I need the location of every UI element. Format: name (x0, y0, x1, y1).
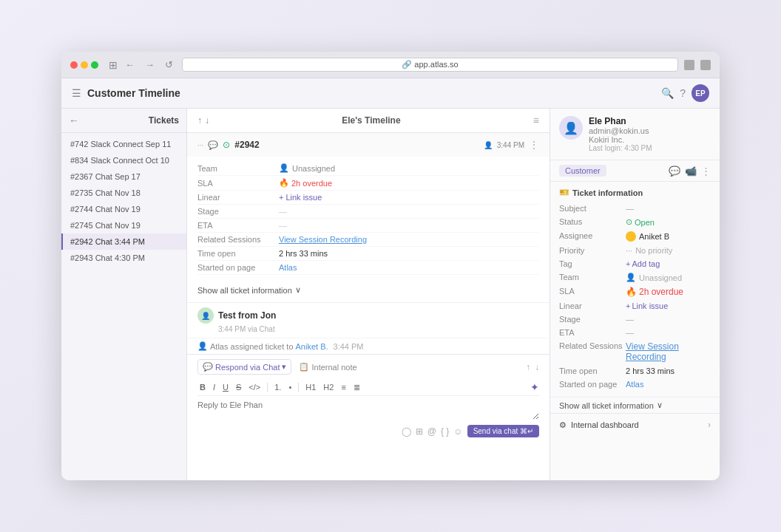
maximize-btn[interactable] (91, 61, 98, 69)
linear-label: Linear (197, 193, 279, 202)
reply-bottom: ◯ ⊞ @ { } ☺ Send via chat ⌘↵ (197, 422, 539, 437)
code-button[interactable]: </> (246, 382, 263, 392)
h2-button[interactable]: H2 (321, 382, 336, 392)
panel-sla-label: SLA (559, 287, 626, 296)
minimize-btn[interactable] (81, 61, 88, 69)
hamburger-icon[interactable]: ☰ (72, 87, 81, 99)
panel-field-stage: Stage — (559, 313, 711, 326)
chat-action-icon[interactable]: 💬 (669, 166, 680, 177)
reply-toolbar: B I U S </> 1. • H1 H2 ≡ ≣ (197, 379, 539, 396)
timeline-filter-icon[interactable]: ≡ (533, 115, 539, 126)
dashboard-chevron-icon: › (708, 420, 711, 430)
panel-field-subject: Subject — (559, 202, 711, 215)
sticker-icon[interactable]: ☺ (453, 426, 462, 437)
sla-value: 🔥 2h overdue (279, 178, 332, 188)
ticket-id[interactable]: #2942 (234, 140, 259, 150)
search-icon[interactable]: 🔍 (661, 87, 674, 99)
panel-team-value: 👤 Unassigned (626, 273, 682, 282)
forward-nav-button[interactable]: → (142, 58, 158, 72)
show-all-ticket-info-button[interactable]: Show all ticket information ∨ (187, 282, 550, 298)
panel-status-value: ⊙ Open (626, 217, 655, 227)
ticket-chat-icon: 💬 (208, 140, 218, 150)
back-nav-button[interactable]: ← (122, 58, 138, 72)
list-style-1-button[interactable]: ≡ (339, 382, 348, 392)
customer-tabs: Customer 💬 📹 ⋮ (550, 160, 720, 182)
sidebar-toggle-icon[interactable]: ⊞ (109, 59, 118, 71)
help-icon[interactable]: ? (680, 87, 686, 99)
sidebar-back-button[interactable]: ← (69, 115, 79, 126)
sidebar-item-ticket-2744[interactable]: #2744 Chat Nov 19 (61, 201, 186, 217)
panel-linear-value[interactable]: + Link issue (626, 301, 668, 310)
dashboard-icon: ⚙ (559, 420, 567, 430)
panel-tag-add[interactable]: + Add tag (626, 259, 660, 268)
browser-action-1[interactable] (684, 60, 694, 70)
panel-related-value[interactable]: View Session Recording (626, 341, 711, 362)
internal-dashboard-row[interactable]: ⚙ Internal dashboard › (550, 413, 720, 436)
video-action-icon[interactable]: 📹 (685, 166, 697, 177)
page-title: Customer Timeline (87, 87, 180, 99)
customer-tab[interactable]: Customer (559, 165, 606, 177)
send-button[interactable]: Send via chat ⌘↵ (467, 425, 539, 437)
panel-assignee-value: Aniket B (626, 231, 669, 242)
italic-button[interactable]: I (211, 382, 217, 392)
sidebar-item-ticket-834[interactable]: #834 Slack Connect Oct 10 (61, 152, 186, 168)
h1-button[interactable]: H1 (303, 382, 318, 392)
panel-started-on-label: Started on page (559, 380, 626, 389)
sidebar-item-ticket-2367[interactable]: #2367 Chat Sep 17 (61, 168, 186, 185)
sort-up-icon[interactable]: ↑ (526, 362, 530, 372)
address-bar[interactable]: 🔗 app.atlas.so (182, 58, 678, 72)
related-sessions-label: Related Sessions (197, 235, 279, 244)
strikethrough-button[interactable]: S (234, 382, 243, 392)
ticket-more-icon[interactable]: ⋮ (529, 139, 539, 151)
mention-icon[interactable]: @ (427, 426, 436, 437)
browser-action-2[interactable] (700, 60, 711, 70)
panel-eta-value: — (626, 328, 634, 337)
customer-header: 👤 Ele Phan admin@kokin.us Kokiri Inc. La… (550, 109, 720, 160)
unordered-list-button[interactable]: • (286, 382, 294, 392)
sidebar-item-ticket-742[interactable]: #742 Slack Connect Sep 11 (61, 136, 186, 152)
note-icon: 📋 (299, 362, 309, 372)
started-on-label: Started on page (197, 263, 279, 272)
reply-input[interactable] (197, 399, 539, 420)
related-sessions-value[interactable]: View Session Recording (279, 235, 367, 244)
panel-started-on-value[interactable]: Atlas (626, 380, 643, 389)
ordered-list-button[interactable]: 1. (272, 382, 283, 392)
sidebar-item-ticket-2943[interactable]: #2943 Chat 4:30 PM (61, 250, 186, 266)
variable-icon[interactable]: { } (441, 426, 449, 437)
sort-down-icon[interactable]: ↓ (535, 362, 539, 372)
sort-asc-icon[interactable]: ↑ (197, 115, 202, 126)
assigned-to-name: Aniket B. (296, 342, 328, 351)
more-actions-icon[interactable]: ⋮ (701, 166, 711, 177)
respond-via-chat-tab[interactable]: 💬 Respond via Chat ▾ (197, 359, 291, 375)
field-started-on: Started on page Atlas (197, 261, 539, 275)
dropdown-arrow-icon[interactable]: ▾ (282, 362, 286, 372)
emoji-icon[interactable]: ◯ (402, 426, 411, 437)
sort-desc-icon[interactable]: ↓ (205, 115, 209, 126)
ai-icon[interactable]: ✦ (530, 381, 539, 393)
reload-button[interactable]: ↺ (162, 58, 176, 72)
panel-fire-icon: 🔥 (626, 287, 637, 297)
panel-linear-label: Linear (559, 301, 626, 310)
linear-value[interactable]: + Link issue (279, 193, 322, 202)
field-team: Team 👤 Unassigned (197, 161, 539, 176)
internal-note-tab[interactable]: 📋 Internal note (299, 362, 356, 372)
ticket-card: ··· 💬 ⊙ #2942 👤 3:44 PM ⋮ (187, 133, 550, 303)
user-avatar[interactable]: EP (692, 84, 709, 102)
sidebar-item-ticket-2942[interactable]: #2942 Chat 3:44 PM (61, 233, 186, 250)
list-style-2-button[interactable]: ≣ (351, 382, 362, 393)
browser-chrome: ⊞ ← → ↺ 🔗 app.atlas.so (61, 52, 720, 78)
sidebar-item-ticket-2745[interactable]: #2745 Chat Nov 19 (61, 217, 186, 233)
panel-field-status: Status ⊙ Open (559, 215, 711, 229)
right-panel: 👤 Ele Phan admin@kokin.us Kokiri Inc. La… (550, 109, 720, 480)
customer-email: admin@kokin.us (589, 126, 711, 135)
table-icon[interactable]: ⊞ (416, 426, 423, 437)
ticket-user-icons: 👤 (484, 141, 493, 149)
close-btn[interactable] (70, 61, 78, 69)
panel-field-time-open: Time open 2 hrs 33 mins (559, 364, 711, 378)
show-all-panel-button[interactable]: Show all ticket information ∨ (550, 398, 720, 413)
underline-button[interactable]: U (220, 382, 231, 392)
started-on-value[interactable]: Atlas (279, 263, 297, 272)
bold-button[interactable]: B (197, 382, 208, 392)
sidebar-item-ticket-2735[interactable]: #2735 Chat Nov 18 (61, 185, 186, 201)
panel-subject-value: — (626, 204, 634, 213)
